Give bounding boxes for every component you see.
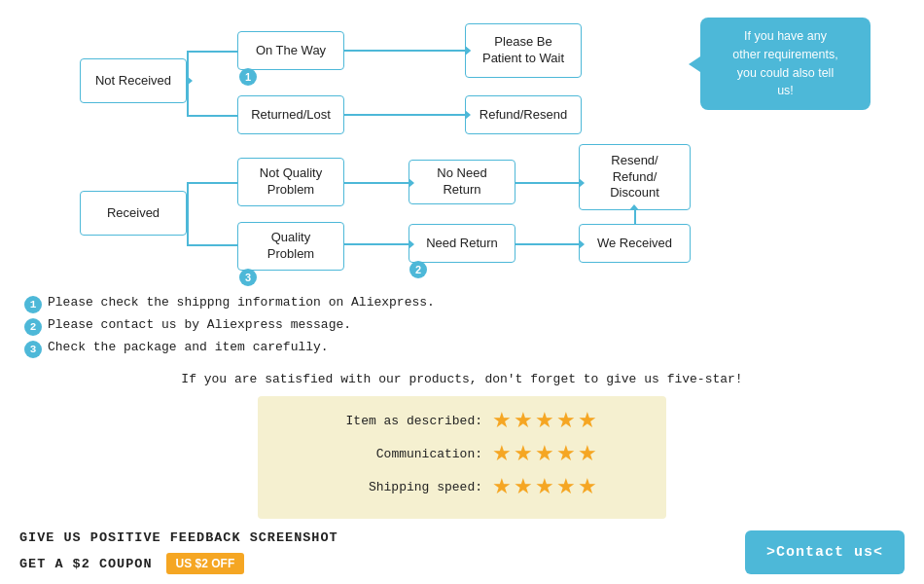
not-received-label: Not Received bbox=[95, 73, 171, 90]
star-5: ★ bbox=[578, 408, 597, 433]
resend-refund-discount-label: Resend/ Refund/ Discount bbox=[610, 153, 659, 202]
star-4: ★ bbox=[556, 408, 576, 433]
badge-3: 3 bbox=[239, 269, 257, 286]
refund-resend-label: Refund/Resend bbox=[480, 107, 567, 124]
note-item-1: 1 Please check the shippng information o… bbox=[24, 295, 900, 313]
need-return-box: Need Return bbox=[409, 224, 515, 263]
quality-problem-label: Quality Problem bbox=[267, 230, 314, 263]
rating-section: If you are satisfied with our products, … bbox=[19, 372, 905, 519]
rating-label-communication: Communication: bbox=[327, 447, 482, 461]
note-badge-3: 3 bbox=[24, 341, 42, 358]
rating-row-shipping: Shipping speed: ★ ★ ★ ★ ★ bbox=[277, 474, 647, 499]
note-badge-1: 1 bbox=[24, 296, 42, 313]
star-s1: ★ bbox=[492, 474, 512, 499]
contact-button[interactable]: >Contact us< bbox=[745, 530, 905, 574]
we-received-box: We Received bbox=[579, 224, 691, 263]
coupon-row: GET A $2 COUPON US $2 OFF bbox=[19, 553, 338, 574]
rating-label-described: Item as described: bbox=[327, 414, 482, 428]
star-s2: ★ bbox=[514, 474, 533, 499]
coupon-text: GET A $2 COUPON bbox=[19, 557, 153, 571]
note-text-3: Check the package and item carefully. bbox=[48, 340, 329, 354]
note-text-2: Please contact us by Aliexpress message. bbox=[48, 317, 351, 332]
note-item-2: 2 Please contact us by Aliexpress messag… bbox=[24, 317, 900, 336]
received-label: Received bbox=[107, 205, 160, 222]
refund-resend-box: Refund/Resend bbox=[465, 95, 582, 134]
star-c3: ★ bbox=[535, 441, 554, 466]
note-text-1: Please check the shippng information on … bbox=[48, 295, 435, 310]
need-return-label: Need Return bbox=[426, 236, 498, 252]
star-s5: ★ bbox=[578, 474, 597, 499]
star-c2: ★ bbox=[514, 441, 533, 466]
badge-1: 1 bbox=[239, 68, 257, 86]
returned-lost-label: Returned/Lost bbox=[251, 107, 331, 124]
rating-box: Item as described: ★ ★ ★ ★ ★ Communicati… bbox=[258, 396, 666, 519]
bottom-left: GIVE US POSITIVE FEEDBACK SCREENSHOT GET… bbox=[19, 530, 338, 574]
not-quality-problem-label: Not Quality Problem bbox=[260, 165, 322, 199]
note-item-3: 3 Check the package and item carefully. bbox=[24, 340, 900, 358]
note-badge-2: 2 bbox=[24, 318, 42, 336]
star-c1: ★ bbox=[492, 441, 512, 466]
no-need-return-box: No Need Return bbox=[409, 160, 515, 204]
please-be-patient-box: Please Be Patient to Wait bbox=[465, 23, 582, 78]
flowchart-section: Not Received On The Way Returned/Lost Pl… bbox=[19, 10, 905, 287]
star-2: ★ bbox=[514, 408, 533, 433]
on-the-way-box: On The Way bbox=[237, 31, 344, 70]
speech-bubble: If you have any other requirements, you … bbox=[700, 18, 871, 110]
not-quality-problem-box: Not Quality Problem bbox=[237, 158, 344, 206]
stars-described: ★ ★ ★ ★ ★ bbox=[492, 408, 597, 433]
please-be-patient-label: Please Be Patient to Wait bbox=[482, 34, 564, 67]
star-s3: ★ bbox=[535, 474, 554, 499]
returned-lost-box: Returned/Lost bbox=[237, 95, 344, 134]
quality-problem-box: Quality Problem bbox=[237, 222, 344, 271]
star-c5: ★ bbox=[578, 441, 597, 466]
stars-shipping: ★ ★ ★ ★ ★ bbox=[492, 474, 597, 499]
rating-row-described: Item as described: ★ ★ ★ ★ ★ bbox=[277, 408, 647, 433]
we-received-label: We Received bbox=[597, 236, 672, 252]
received-box: Received bbox=[80, 191, 187, 236]
notes-section: 1 Please check the shippng information o… bbox=[19, 295, 905, 358]
not-received-box: Not Received bbox=[80, 58, 187, 103]
speech-bubble-text: If you have any other requirements, you … bbox=[732, 29, 837, 97]
stars-communication: ★ ★ ★ ★ ★ bbox=[492, 441, 597, 466]
rating-row-communication: Communication: ★ ★ ★ ★ ★ bbox=[277, 441, 647, 466]
star-s4: ★ bbox=[556, 474, 576, 499]
feedback-text: GIVE US POSITIVE FEEDBACK SCREENSHOT bbox=[19, 530, 338, 545]
no-need-return-label: No Need Return bbox=[437, 165, 486, 199]
star-c4: ★ bbox=[556, 441, 576, 466]
coupon-badge: US $2 OFF bbox=[166, 553, 245, 574]
on-the-way-label: On The Way bbox=[256, 43, 326, 59]
star-1: ★ bbox=[492, 408, 512, 433]
badge-2: 2 bbox=[409, 261, 427, 278]
rating-intro: If you are satisfied with our products, … bbox=[19, 372, 905, 386]
rating-label-shipping: Shipping speed: bbox=[327, 480, 482, 494]
bottom-section: GIVE US POSITIVE FEEDBACK SCREENSHOT GET… bbox=[19, 530, 905, 574]
resend-refund-discount-box: Resend/ Refund/ Discount bbox=[579, 144, 691, 210]
star-3: ★ bbox=[535, 408, 554, 433]
page-wrapper: Not Received On The Way Returned/Lost Pl… bbox=[0, 0, 924, 584]
